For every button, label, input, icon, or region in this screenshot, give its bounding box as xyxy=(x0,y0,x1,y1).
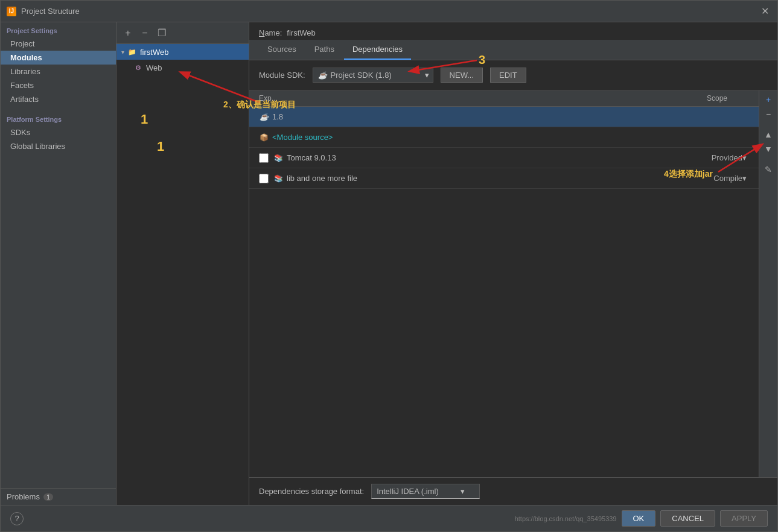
scope-header: Scope xyxy=(677,94,749,103)
dep-row-jdk[interactable]: ☕ 1.8 xyxy=(249,107,759,127)
module-tree-toolbar: + − ❐ xyxy=(116,22,249,44)
sidebar-item-project[interactable]: Project xyxy=(1,37,116,51)
dep-checkbox-lib[interactable] xyxy=(259,174,269,183)
dep-name-jdk: 1.8 xyxy=(272,112,677,121)
app-icon: IJ xyxy=(7,7,16,16)
dep-checkbox-tomcat[interactable] xyxy=(259,153,269,163)
title-bar: IJ Project Structure ✕ xyxy=(1,1,777,22)
storage-dropdown-arrow: ▾ xyxy=(461,487,465,496)
platform-settings-label: Platform Settings xyxy=(1,110,116,125)
project-settings-label: Project Settings xyxy=(1,22,116,37)
dep-scope-tomcat[interactable]: Provided▾ xyxy=(677,153,749,162)
lib-icon: 📚 xyxy=(273,174,283,183)
sdk-value: Project SDK (1.8) xyxy=(331,71,392,80)
web-icon: ⚙ xyxy=(133,63,143,72)
edit-dep-button[interactable]: ✎ xyxy=(762,163,775,176)
tab-sources[interactable]: Sources xyxy=(259,40,305,60)
apply-button[interactable]: APPLY xyxy=(720,510,768,527)
sdk-dropdown[interactable]: ☕ Project SDK (1.8) ▾ xyxy=(313,68,433,83)
move-down-button[interactable]: ▼ xyxy=(762,142,775,156)
dep-name-lib: lib and one more file xyxy=(287,174,677,183)
deps-list: ☕ 1.8 📦 <Module source> xyxy=(249,107,759,477)
footer-left: ? xyxy=(10,512,24,525)
sidebar-item-sdks[interactable]: SDKs xyxy=(1,125,116,139)
sdk-row: Module SDK: ☕ Project SDK (1.8) ▾ NEW...… xyxy=(249,60,777,90)
main-content: Project Settings Project Modules Librari… xyxy=(1,22,777,505)
copy-module-button[interactable]: ❐ xyxy=(155,27,168,40)
tomcat-lib-icon: 📚 xyxy=(273,153,283,163)
remove-dep-button[interactable]: − xyxy=(762,107,775,121)
right-panel: Name: firstWeb Sources Paths Dependencie… xyxy=(249,22,777,505)
dep-name-tomcat: Tomcat 9.0.13 xyxy=(287,153,677,162)
edit-sdk-button[interactable]: EDIT xyxy=(490,68,526,83)
folder-icon: 📁 xyxy=(127,47,137,57)
deps-header: Exp... Scope xyxy=(249,90,759,107)
sidebar-item-global-libraries[interactable]: Global Libraries xyxy=(1,139,116,153)
module-source-icon: 📦 xyxy=(259,133,269,142)
storage-format-label: Dependencies storage format: xyxy=(259,487,364,496)
add-dep-button[interactable]: + xyxy=(762,93,775,106)
module-tree: + − ❐ ▾ 📁 firstWeb ⚙ Web 1 xyxy=(116,22,249,505)
side-buttons: + − ▲ ▼ ✎ xyxy=(759,90,777,477)
java-icon: ☕ xyxy=(259,112,269,122)
tab-dependencies[interactable]: Dependencies xyxy=(344,40,411,60)
deps-content-area: Exp... Scope ☕ 1.8 📦 xyxy=(249,90,777,477)
move-up-button[interactable]: ▲ xyxy=(762,128,775,141)
storage-format-dropdown[interactable]: IntelliJ IDEA (.iml) ▾ xyxy=(371,484,480,499)
module-sdk-label: Module SDK: xyxy=(259,71,305,80)
module-name: firstWeb xyxy=(140,48,168,57)
dep-row-module-source[interactable]: 📦 <Module source> xyxy=(249,127,759,148)
tree-item-web[interactable]: ⚙ Web xyxy=(116,60,249,75)
dep-scope-lib[interactable]: Compile▾ xyxy=(677,174,749,183)
problems-section[interactable]: Problems 1 xyxy=(1,488,116,505)
cancel-button[interactable]: CANCEL xyxy=(660,510,715,527)
bottom-row: Dependencies storage format: IntelliJ ID… xyxy=(249,477,777,505)
tree-item-firstweb[interactable]: ▾ 📁 firstWeb xyxy=(116,44,249,60)
annotation-1: 1 xyxy=(141,112,148,127)
window-title: Project Structure xyxy=(21,7,758,16)
exp-header: Exp... xyxy=(259,94,677,103)
footer-url: https://blog.csdn.net/qq_35495339 xyxy=(515,515,617,522)
ok-button[interactable]: OK xyxy=(622,510,656,527)
sidebar-item-facets[interactable]: Facets xyxy=(1,78,116,92)
new-sdk-button[interactable]: NEW... xyxy=(441,68,483,83)
problems-label: Problems xyxy=(7,492,40,501)
expand-arrow: ▾ xyxy=(121,49,124,55)
remove-module-button[interactable]: − xyxy=(138,27,151,40)
sdk-dropdown-arrow: ▾ xyxy=(425,71,429,80)
dep-name-module-source: <Module source> xyxy=(272,133,677,142)
name-field-label: Name: xyxy=(259,28,282,37)
name-field-value: firstWeb xyxy=(287,28,315,37)
dep-row-lib[interactable]: 📚 lib and one more file Compile▾ xyxy=(249,168,759,189)
sidebar-item-libraries[interactable]: Libraries xyxy=(1,65,116,78)
dep-row-tomcat[interactable]: 📚 Tomcat 9.0.13 Provided▾ xyxy=(249,148,759,168)
sidebar-item-modules[interactable]: Modules xyxy=(1,51,116,65)
problems-badge: 1 xyxy=(43,493,53,501)
sidebar: Project Settings Project Modules Librari… xyxy=(1,22,116,505)
add-module-button[interactable]: + xyxy=(121,27,135,40)
web-module-name: Web xyxy=(146,63,162,72)
help-button[interactable]: ? xyxy=(10,512,24,525)
tab-paths[interactable]: Paths xyxy=(306,40,343,60)
sidebar-item-artifacts[interactable]: Artifacts xyxy=(1,92,116,106)
close-button[interactable]: ✕ xyxy=(758,5,771,18)
project-structure-window: IJ Project Structure ✕ Project Settings … xyxy=(0,0,778,532)
footer: ? https://blog.csdn.net/qq_35495339 OK C… xyxy=(1,505,777,531)
storage-format-value: IntelliJ IDEA (.iml) xyxy=(377,487,439,496)
name-row: Name: firstWeb xyxy=(249,22,777,40)
tabs-row: Sources Paths Dependencies xyxy=(249,40,777,60)
